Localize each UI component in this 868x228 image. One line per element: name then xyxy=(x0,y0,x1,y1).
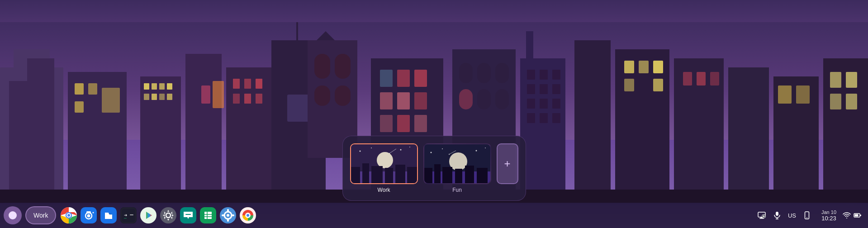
keyboard-layout-label: US xyxy=(788,212,796,219)
svg-rect-69 xyxy=(552,113,560,123)
svg-rect-87 xyxy=(846,72,857,88)
phone-hub-button[interactable] xyxy=(800,207,814,223)
desk-thumb-fun[interactable]: Fun xyxy=(423,143,491,193)
svg-rect-88 xyxy=(830,94,841,109)
desk-switcher-label: Work xyxy=(33,212,48,219)
svg-rect-89 xyxy=(846,94,857,109)
status-area-button[interactable]: Jan 10 10:23 xyxy=(815,207,864,223)
svg-rect-62 xyxy=(540,84,548,94)
svg-rect-56 xyxy=(520,58,565,203)
terminal-app-icon[interactable]: _ ➜ xyxy=(119,206,138,224)
svg-rect-31 xyxy=(296,22,298,43)
svg-rect-97 xyxy=(385,168,393,184)
time-label: 10:23 xyxy=(821,215,836,222)
svg-rect-52 xyxy=(495,63,509,83)
svg-rect-37 xyxy=(314,86,330,106)
camera-app-icon[interactable] xyxy=(80,206,98,224)
svg-point-125 xyxy=(67,214,70,217)
svg-rect-29 xyxy=(201,86,210,104)
svg-rect-152 xyxy=(222,214,225,216)
svg-rect-85 xyxy=(823,58,868,203)
svg-rect-141 xyxy=(185,214,191,215)
svg-point-149 xyxy=(227,214,229,217)
sheets-app-icon[interactable] xyxy=(199,206,217,224)
chrome-app-icon[interactable] xyxy=(60,206,78,224)
desk-switcher[interactable]: Work xyxy=(25,206,56,224)
svg-rect-70 xyxy=(574,40,611,203)
svg-rect-58 xyxy=(527,70,535,80)
svg-rect-79 xyxy=(697,72,706,86)
desk-fun-label: Fun xyxy=(452,187,462,193)
svg-rect-19 xyxy=(167,94,172,100)
svg-rect-5 xyxy=(27,58,54,194)
svg-point-120 xyxy=(449,154,450,155)
svg-rect-160 xyxy=(776,212,778,216)
svg-rect-86 xyxy=(830,72,841,88)
svg-rect-74 xyxy=(653,61,663,73)
files-app-icon[interactable] xyxy=(100,206,118,224)
svg-point-103 xyxy=(409,147,410,147)
svg-rect-14 xyxy=(159,83,165,90)
screen-capture-icon xyxy=(757,211,766,220)
microphone-button[interactable] xyxy=(770,207,784,223)
battery-icon xyxy=(854,211,862,219)
svg-point-102 xyxy=(400,149,401,151)
svg-rect-150 xyxy=(227,209,229,213)
svg-rect-83 xyxy=(778,86,792,104)
chat-app-icon[interactable] xyxy=(179,206,197,224)
svg-rect-45 xyxy=(414,92,427,109)
svg-rect-26 xyxy=(244,94,251,104)
svg-point-116 xyxy=(442,148,443,149)
svg-point-164 xyxy=(806,218,807,218)
svg-rect-111 xyxy=(442,167,452,184)
svg-point-100 xyxy=(359,151,360,152)
svg-rect-112 xyxy=(455,169,462,184)
svg-point-105 xyxy=(389,153,390,154)
svg-rect-129 xyxy=(86,211,91,214)
svg-point-156 xyxy=(247,214,249,217)
keyboard-layout-button[interactable]: US xyxy=(785,207,799,223)
svg-rect-78 xyxy=(683,72,692,86)
svg-point-118 xyxy=(485,147,486,148)
svg-rect-68 xyxy=(540,113,548,123)
svg-rect-8 xyxy=(88,83,97,95)
svg-rect-67 xyxy=(527,113,535,123)
desk-overview-popup: Work xyxy=(342,136,526,201)
play-store-app-icon[interactable] xyxy=(139,206,157,224)
svg-rect-24 xyxy=(256,79,262,89)
svg-rect-22 xyxy=(233,79,240,89)
launcher-button[interactable] xyxy=(4,206,22,224)
svg-rect-55 xyxy=(495,89,509,109)
microphone-icon xyxy=(773,211,782,220)
svg-point-128 xyxy=(87,214,90,218)
svg-rect-76 xyxy=(653,79,663,91)
svg-rect-17 xyxy=(152,94,157,100)
desk-fun-preview[interactable] xyxy=(423,143,491,184)
svg-rect-109 xyxy=(424,168,432,184)
svg-rect-84 xyxy=(796,86,810,104)
svg-rect-61 xyxy=(527,84,535,94)
date-label: Jan 10 xyxy=(821,209,836,215)
svg-rect-60 xyxy=(552,70,560,80)
svg-rect-73 xyxy=(639,61,649,73)
google-settings-app-icon[interactable] xyxy=(219,206,237,224)
svg-rect-51 xyxy=(477,63,491,83)
svg-rect-18 xyxy=(159,94,165,100)
svg-rect-20 xyxy=(185,54,222,203)
svg-rect-35 xyxy=(314,54,330,79)
svg-rect-27 xyxy=(256,94,262,104)
time-display: Jan 10 10:23 xyxy=(818,209,840,222)
chrome-dev-app-icon[interactable] xyxy=(239,206,257,224)
svg-point-138 xyxy=(160,207,176,223)
add-desk-button[interactable]: + xyxy=(497,143,518,184)
desk-thumb-work[interactable]: Work xyxy=(350,143,418,193)
settings-app-icon[interactable] xyxy=(159,206,177,224)
svg-rect-46 xyxy=(380,115,393,132)
svg-rect-75 xyxy=(624,79,634,91)
svg-rect-94 xyxy=(351,167,360,184)
screen-capture-button[interactable] xyxy=(754,207,769,223)
svg-rect-42 xyxy=(414,70,427,87)
svg-rect-151 xyxy=(227,218,229,222)
desk-work-preview[interactable] xyxy=(350,143,418,184)
svg-rect-96 xyxy=(371,166,383,184)
